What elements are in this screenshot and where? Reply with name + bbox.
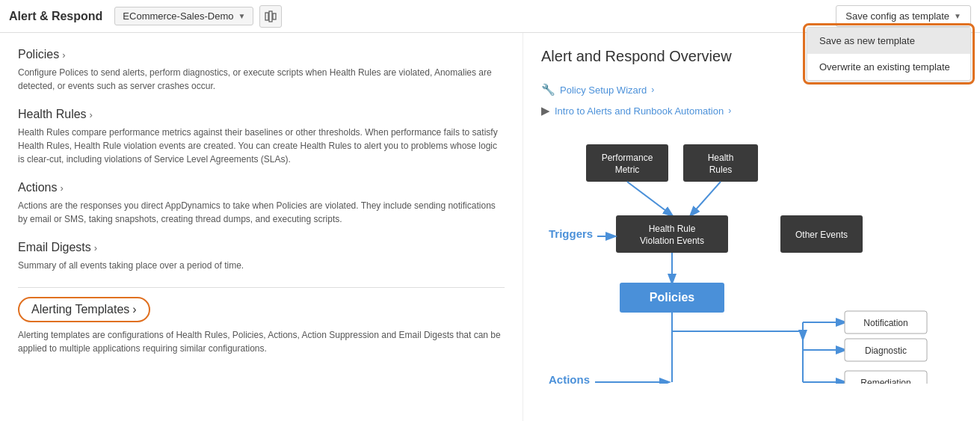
app-name-label: ECommerce-Sales-Demo xyxy=(123,10,233,22)
template-dropdown-menu: Save as new template Overwrite an existi… xyxy=(807,27,971,81)
chevron-right-icon: › xyxy=(651,84,654,95)
template-area: Save config as template ▼ Save as new te… xyxy=(836,5,971,27)
page-title: Alert & Respond xyxy=(9,10,102,23)
policies-title[interactable]: Policies › xyxy=(18,48,505,61)
svg-text:Remediation: Remediation xyxy=(860,378,910,384)
policies-section: Policies › Configure Polices to send ale… xyxy=(18,48,505,93)
template-btn-label: Save config as template xyxy=(845,10,949,22)
alerting-templates-title: Alerting Templates xyxy=(31,303,129,316)
svg-text:Health Rule: Health Rule xyxy=(649,224,696,234)
svg-text:Actions: Actions xyxy=(549,373,590,384)
intro-alerts-link[interactable]: ▶ Intro to Alerts and Runbook Automation… xyxy=(541,104,962,117)
actions-title[interactable]: Actions › xyxy=(18,181,505,194)
wrench-icon: 🔧 xyxy=(541,83,555,96)
svg-text:Triggers: Triggers xyxy=(549,227,593,240)
svg-text:Health: Health xyxy=(708,153,734,163)
save-config-template-button[interactable]: Save config as template ▼ xyxy=(836,5,971,27)
health-rules-title[interactable]: Health Rules › xyxy=(18,108,505,121)
alerting-templates-desc: Alerting templates are configurations of… xyxy=(18,328,505,355)
health-rules-section: Health Rules › Health Rules compare perf… xyxy=(18,108,505,166)
intro-alerts-label: Intro to Alerts and Runbook Automation xyxy=(555,105,724,117)
map-icon-button[interactable] xyxy=(259,5,282,28)
main-content: Policies › Configure Polices to send ale… xyxy=(0,33,980,421)
play-icon: ▶ xyxy=(541,104,550,117)
alert-respond-diagram: Performance Metric Health Rules Health R… xyxy=(541,129,962,386)
svg-rect-3 xyxy=(586,144,668,182)
svg-text:Notification: Notification xyxy=(863,318,907,328)
email-digests-section: Email Digests › Summary of all events ta… xyxy=(18,241,505,272)
app-header: Alert & Respond ECommerce-Sales-Demo ▼ S… xyxy=(0,0,980,33)
map-icon xyxy=(265,10,277,22)
svg-text:Diagnostic: Diagnostic xyxy=(865,345,907,356)
chevron-down-icon: ▼ xyxy=(238,12,245,20)
svg-line-10 xyxy=(691,182,721,215)
health-rules-desc: Health Rules compare performance metrics… xyxy=(18,126,505,166)
diagram-svg: Performance Metric Health Rules Health R… xyxy=(541,129,960,384)
alerting-templates-link[interactable]: Alerting Templates › xyxy=(18,297,150,322)
actions-section: Actions › Actions are the responses you … xyxy=(18,181,505,226)
links-section: 🔧 Policy Setup Wizard › ▶ Intro to Alert… xyxy=(541,83,962,117)
svg-text:Other Events: Other Events xyxy=(795,230,848,240)
svg-rect-6 xyxy=(683,144,758,182)
policy-wizard-label: Policy Setup Wizard xyxy=(560,84,647,96)
email-digests-title[interactable]: Email Digests › xyxy=(18,241,505,254)
chevron-right-icon: › xyxy=(60,182,63,194)
svg-text:Violation Events: Violation Events xyxy=(640,236,704,246)
chevron-right-icon: › xyxy=(90,109,93,120)
chevron-down-icon: ▼ xyxy=(954,12,961,20)
chevron-right-icon: › xyxy=(62,49,65,61)
policies-desc: Configure Polices to send alerts, perfor… xyxy=(18,66,505,93)
svg-text:Metric: Metric xyxy=(615,165,640,175)
chevron-right-icon: › xyxy=(132,303,136,316)
svg-line-9 xyxy=(627,182,672,215)
alerting-templates-section: Alerting Templates › Alerting templates … xyxy=(18,297,505,355)
email-digests-desc: Summary of all events taking place over … xyxy=(18,259,505,272)
svg-text:Policies: Policies xyxy=(650,291,695,304)
svg-rect-1 xyxy=(269,11,272,22)
save-new-template-item[interactable]: Save as new template xyxy=(807,28,970,54)
svg-text:Rules: Rules xyxy=(709,165,733,175)
svg-rect-2 xyxy=(273,13,276,19)
svg-rect-0 xyxy=(265,13,268,20)
chevron-right-icon: › xyxy=(728,105,731,116)
actions-desc: Actions are the responses you direct App… xyxy=(18,199,505,226)
right-panel: Alert and Respond Overview 🔧 Policy Setu… xyxy=(523,33,980,421)
section-divider xyxy=(18,287,505,288)
app-selector[interactable]: ECommerce-Sales-Demo ▼ xyxy=(114,7,253,25)
chevron-right-icon: › xyxy=(94,242,97,253)
svg-text:Performance: Performance xyxy=(602,153,653,163)
svg-rect-11 xyxy=(616,215,728,253)
overwrite-template-item[interactable]: Overwrite an existing template xyxy=(807,54,970,80)
policy-wizard-link[interactable]: 🔧 Policy Setup Wizard › xyxy=(541,83,962,96)
left-panel: Policies › Configure Polices to send ale… xyxy=(0,33,523,421)
